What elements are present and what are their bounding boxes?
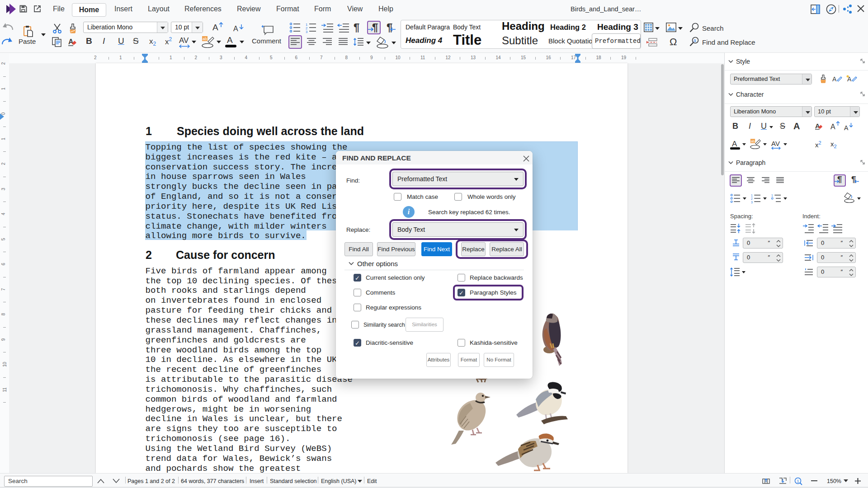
svg-text:A: A xyxy=(847,75,852,83)
svg-text:a: a xyxy=(693,38,696,43)
svg-text:1: 1 xyxy=(771,194,773,197)
svg-text:ab: ab xyxy=(203,37,207,41)
svg-text:1: 1 xyxy=(751,194,753,197)
svg-text:2: 2 xyxy=(751,197,753,200)
svg-text:3: 3 xyxy=(751,201,753,203)
svg-text:A: A xyxy=(815,122,820,130)
svg-text:A: A xyxy=(68,38,74,46)
svg-text:3: 3 xyxy=(306,30,307,33)
svg-text:ab: ab xyxy=(751,139,755,143)
svg-text:A: A xyxy=(832,75,837,83)
svg-text:1: 1 xyxy=(797,479,799,483)
